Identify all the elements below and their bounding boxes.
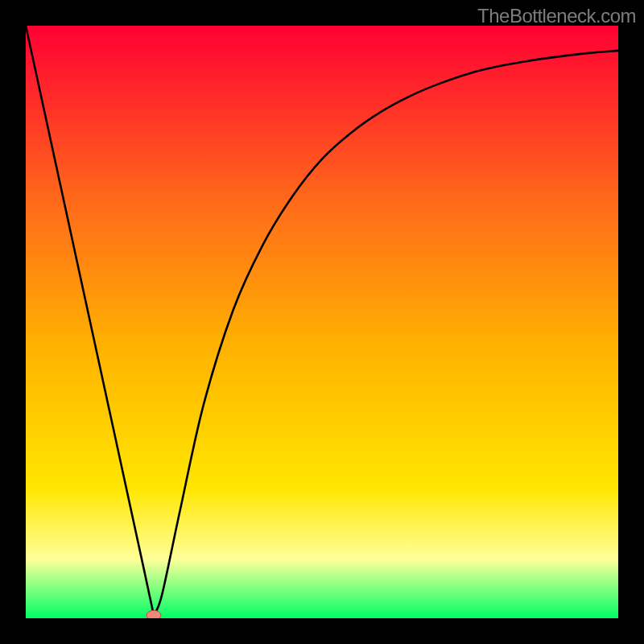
chart-svg xyxy=(26,26,618,618)
gradient-background xyxy=(26,26,618,618)
plot-area xyxy=(26,26,618,618)
min-point-marker xyxy=(147,610,161,618)
chart-frame: TheBottleneck.com xyxy=(0,0,644,644)
watermark-text: TheBottleneck.com xyxy=(477,5,636,27)
